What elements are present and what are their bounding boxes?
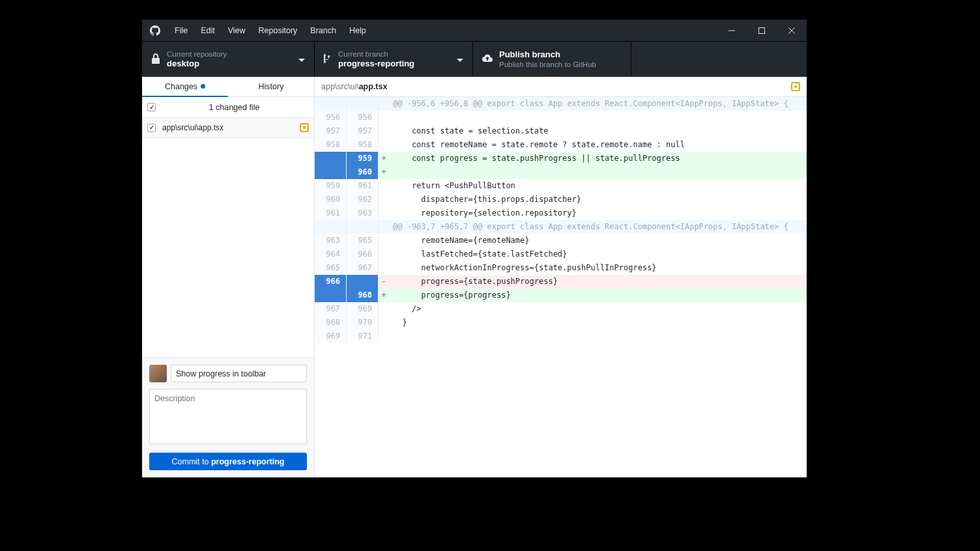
commit-description-input[interactable] <box>149 389 307 444</box>
diff-code: repository={selection.repository} <box>389 206 807 220</box>
diff-line[interactable]: 960+ <box>315 165 807 179</box>
gutter-old: 960 <box>315 193 347 206</box>
gutter-new: 961 <box>347 179 379 193</box>
publish-branch-button[interactable]: Publish branch Publish this branch to Gi… <box>473 42 631 77</box>
diff-line[interactable]: 957957 const state = selection.state <box>315 124 807 138</box>
diff-line[interactable]: 956956 <box>315 111 807 124</box>
gutter-new: 963 <box>347 206 379 220</box>
diff-mark <box>379 234 389 247</box>
diff-mark: + <box>379 165 389 179</box>
diff-line[interactable]: 966- progress={state.pushProgress} <box>315 275 807 289</box>
gutter-new: 967 <box>347 261 379 275</box>
diff-code: return <PushPullButton <box>389 179 807 193</box>
gutter-new: 962 <box>347 193 379 206</box>
gutter-new: 960 <box>347 165 379 179</box>
gutter-old <box>315 289 347 302</box>
diff-code: const remoteName = state.remote ? state.… <box>389 138 807 152</box>
commit-summary-input[interactable] <box>171 365 307 382</box>
sidebar: Changes History 1 changed file app\src\u… <box>142 77 315 477</box>
gutter-old: 961 <box>315 206 347 220</box>
diff-line[interactable]: 968970 } <box>315 316 807 330</box>
select-all-checkbox[interactable] <box>147 103 156 111</box>
tab-history[interactable]: History <box>228 77 314 96</box>
publish-subtitle: Publish this branch to GitHub <box>499 60 596 69</box>
diff-line[interactable]: 959961 return <PushPullButton <box>315 179 807 193</box>
maximize-button[interactable] <box>747 20 777 41</box>
avatar <box>149 365 167 382</box>
menu-help[interactable]: Help <box>343 20 373 41</box>
gutter-old <box>315 152 347 165</box>
app-window: File Edit View Repository Branch Help Cu… <box>142 20 807 477</box>
gutter-new: 956 <box>347 111 379 124</box>
cloud-upload-icon <box>482 53 493 66</box>
diff-mark <box>379 330 389 343</box>
branch-selector[interactable]: Current branch progress-reporting <box>315 42 473 77</box>
repo-value: desktop <box>167 59 227 69</box>
gutter-old: 963 <box>315 234 347 247</box>
gutter-old: 957 <box>315 124 347 138</box>
tab-changes[interactable]: Changes <box>142 77 228 97</box>
diff-mark <box>379 302 389 316</box>
changes-summary: 1 changed file <box>160 103 309 112</box>
changes-summary-row: 1 changed file <box>142 97 314 118</box>
diff-mark <box>379 111 389 124</box>
titlebar: File Edit View Repository Branch Help <box>142 20 807 41</box>
diff-line[interactable]: @@ -956,6 +956,8 @@ export class App ext… <box>315 97 807 111</box>
diff-pane: app\src\ui\app.tsx @@ -956,6 +956,8 @@ e… <box>315 77 807 477</box>
gutter-new: 969 <box>347 302 379 316</box>
commit-button[interactable]: Commit to progress-reporting <box>149 453 307 470</box>
diff-line[interactable]: 969971 <box>315 330 807 343</box>
diff-line[interactable]: 968+ progress={progress} <box>315 289 807 302</box>
diff-mark: + <box>379 289 389 302</box>
repo-selector[interactable]: Current repository desktop <box>142 42 315 77</box>
branch-label: Current branch <box>338 49 414 59</box>
diff-body[interactable]: @@ -956,6 +956,8 @@ export class App ext… <box>315 97 807 477</box>
menu-view[interactable]: View <box>222 20 252 41</box>
menu-repository[interactable]: Repository <box>252 20 304 41</box>
gutter-new: 958 <box>347 138 379 152</box>
diff-mark: + <box>379 152 389 165</box>
menu-bar: File Edit View Repository Branch Help <box>168 20 373 41</box>
window-controls <box>717 20 807 41</box>
diff-line[interactable]: 960962 dispatcher={this.props.dispatcher… <box>315 193 807 206</box>
diff-line[interactable]: 965967 networkActionInProgress={state.pu… <box>315 261 807 275</box>
diff-code: networkActionInProgress={state.pushPullI… <box>389 261 807 275</box>
diff-line[interactable]: @@ -963,7 +965,7 @@ export class App ext… <box>315 220 807 234</box>
diff-line[interactable]: 959+ const progress = state.pushProgress… <box>315 152 807 165</box>
menu-file[interactable]: File <box>168 20 194 41</box>
diff-code <box>389 165 807 179</box>
menu-branch[interactable]: Branch <box>304 20 343 41</box>
diff-mark: - <box>379 275 389 289</box>
close-button[interactable] <box>777 20 807 41</box>
menu-edit[interactable]: Edit <box>194 20 222 41</box>
diff-line[interactable]: 958958 const remoteName = state.remote ?… <box>315 138 807 152</box>
diff-mark <box>379 261 389 275</box>
changes-indicator-icon <box>201 84 205 89</box>
diff-line[interactable]: 964966 lastFetched={state.lastFetched} <box>315 247 807 261</box>
diff-code: progress={state.pushProgress} <box>389 275 807 289</box>
modified-badge-icon <box>300 123 309 132</box>
diff-code <box>389 111 807 124</box>
content: Changes History 1 changed file app\src\u… <box>142 77 807 477</box>
publish-title: Publish branch <box>499 49 596 60</box>
minimize-button[interactable] <box>717 20 747 41</box>
gutter-new: 965 <box>347 234 379 247</box>
gutter-new: 968 <box>347 289 379 302</box>
diff-line[interactable]: 963965 remoteName={remoteName} <box>315 234 807 247</box>
diff-code: @@ -956,6 +956,8 @@ export class App ext… <box>389 97 807 111</box>
gutter-new: 959 <box>347 152 379 165</box>
changed-file-row[interactable]: app\src\ui\app.tsx <box>142 118 314 138</box>
diff-mark <box>379 316 389 330</box>
diff-line[interactable]: 967969 /> <box>315 302 807 316</box>
diff-line[interactable]: 961963 repository={selection.repository} <box>315 206 807 220</box>
gutter-old: 964 <box>315 247 347 261</box>
repo-label: Current repository <box>167 49 227 59</box>
gutter-old: 968 <box>315 316 347 330</box>
diff-code: const progress = state.pushProgress || s… <box>389 152 807 165</box>
diff-mark <box>379 124 389 138</box>
gutter-new: 966 <box>347 247 379 261</box>
github-logo-icon <box>142 25 168 36</box>
file-checkbox[interactable] <box>147 124 156 132</box>
gutter-new <box>347 97 379 111</box>
diff-mark <box>379 220 389 234</box>
